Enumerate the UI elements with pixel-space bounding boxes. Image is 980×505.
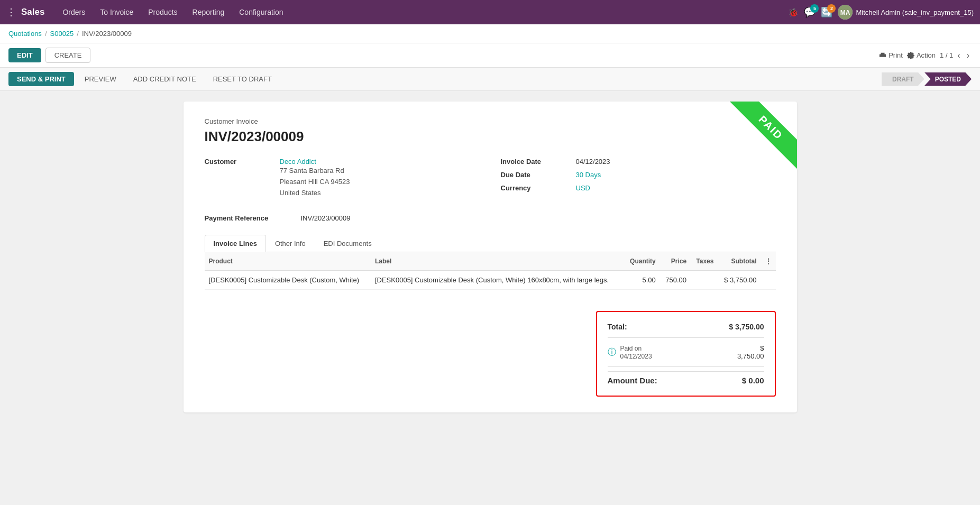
totals-area: Total: $ 3,750.00 ⓘ Paid on 04/12/2023 $ bbox=[205, 311, 776, 397]
tab-invoice-lines[interactable]: Invoice Lines bbox=[205, 235, 266, 252]
preview-button[interactable]: PREVIEW bbox=[78, 72, 123, 86]
total-label: Total: bbox=[608, 323, 627, 331]
top-navigation: ⋮ Sales Orders To Invoice Products Repor… bbox=[0, 0, 980, 24]
meta-left: Customer Deco Addict 77 Santa Barbara Rd… bbox=[205, 158, 480, 204]
row-options[interactable] bbox=[761, 271, 776, 290]
paid-currency: $ bbox=[760, 344, 764, 352]
pagination-text: 1 / 1 bbox=[940, 51, 953, 59]
grid-icon[interactable]: ⋮ bbox=[6, 6, 16, 18]
breadcrumb-quotations[interactable]: Quotations bbox=[8, 30, 42, 38]
nav-item-reporting[interactable]: Reporting bbox=[186, 5, 231, 20]
edit-button[interactable]: EDIT bbox=[8, 48, 41, 62]
cell-product[interactable]: [DESK0005] Customizable Desk (Custom, Wh… bbox=[205, 271, 371, 290]
breadcrumb-invoice: INV/2023/00009 bbox=[82, 30, 132, 38]
payment-ref-row: Payment Reference INV/2023/00009 bbox=[205, 214, 776, 222]
col-price: Price bbox=[660, 252, 691, 271]
send-print-button[interactable]: SEND & PRINT bbox=[8, 72, 74, 86]
due-date-value[interactable]: 30 Days bbox=[576, 171, 601, 179]
pagination: 1 / 1 ‹ › bbox=[940, 50, 972, 61]
pagination-next[interactable]: › bbox=[965, 50, 972, 61]
col-taxes: Taxes bbox=[691, 252, 718, 271]
print-button[interactable]: Print bbox=[879, 51, 903, 59]
breadcrumb-sep-2: / bbox=[77, 30, 79, 38]
totals-box: Total: $ 3,750.00 ⓘ Paid on 04/12/2023 $ bbox=[596, 311, 776, 397]
cell-quantity: 5.00 bbox=[624, 271, 660, 290]
info-icon[interactable]: ⓘ bbox=[608, 347, 616, 358]
action-button[interactable]: Action bbox=[907, 51, 936, 59]
cell-taxes bbox=[691, 271, 718, 290]
paid-info: ⓘ Paid on 04/12/2023 bbox=[608, 344, 652, 360]
amount-due-value: $ 0.00 bbox=[742, 376, 764, 385]
status-posted[interactable]: POSTED bbox=[924, 72, 972, 86]
create-button[interactable]: CREATE bbox=[45, 48, 91, 63]
nav-item-orders[interactable]: Orders bbox=[56, 5, 91, 20]
cell-price: 750.00 bbox=[660, 271, 691, 290]
payment-ref-label: Payment Reference bbox=[205, 214, 295, 222]
paid-on-row: ⓘ Paid on 04/12/2023 $ 3,750.00 bbox=[608, 342, 764, 362]
col-product: Product bbox=[205, 252, 371, 271]
breadcrumb-s00025[interactable]: S00025 bbox=[50, 30, 74, 38]
paid-on-label: Paid on bbox=[620, 345, 642, 352]
breadcrumb-sep-1: / bbox=[45, 30, 47, 38]
paid-ribbon: PAID bbox=[712, 102, 797, 186]
amount-due-row: Amount Due: $ 0.00 bbox=[608, 371, 764, 387]
col-options-header: ⋮ bbox=[761, 252, 776, 271]
col-subtotal: Subtotal bbox=[718, 252, 761, 271]
currency-value[interactable]: USD bbox=[576, 184, 590, 192]
status-steps: DRAFT POSTED bbox=[882, 72, 972, 86]
invoice-type-label: Customer Invoice bbox=[205, 117, 776, 125]
customer-address-3: United States bbox=[280, 188, 350, 199]
user-name-label: Mitchell Admin (sale_inv_payment_15) bbox=[856, 8, 974, 16]
amount-due-divider bbox=[608, 366, 764, 367]
pagination-prev[interactable]: ‹ bbox=[955, 50, 962, 61]
paid-on-date: 04/12/2023 bbox=[620, 353, 652, 360]
reset-to-draft-button[interactable]: RESET TO DRAFT bbox=[207, 72, 278, 86]
user-menu[interactable]: MA Mitchell Admin (sale_inv_payment_15) bbox=[838, 5, 974, 20]
status-bar: SEND & PRINT PREVIEW ADD CREDIT NOTE RES… bbox=[0, 68, 980, 91]
customer-address-1: 77 Santa Barbara Rd bbox=[280, 166, 350, 177]
cell-subtotal: $ 3,750.00 bbox=[718, 271, 761, 290]
chat-icon[interactable]: 💬 5 bbox=[804, 6, 816, 18]
invoice-tabs: Invoice Lines Other Info EDI Documents bbox=[205, 235, 776, 252]
invoice-number: INV/2023/00009 bbox=[205, 128, 776, 145]
nav-item-to-invoice[interactable]: To Invoice bbox=[94, 5, 140, 20]
refresh-icon[interactable]: 🔄 2 bbox=[821, 6, 832, 18]
nav-item-configuration[interactable]: Configuration bbox=[233, 5, 289, 20]
invoice-date-value: 04/12/2023 bbox=[576, 158, 610, 166]
invoice-meta: Customer Deco Addict 77 Santa Barbara Rd… bbox=[205, 158, 776, 204]
main-content: PAID Customer Invoice INV/2023/00009 Cus… bbox=[0, 91, 980, 501]
due-date-label: Due Date bbox=[501, 171, 570, 179]
action-label: Action bbox=[917, 51, 936, 59]
customer-address-2: Pleasant Hill CA 94523 bbox=[280, 177, 350, 188]
col-label: Label bbox=[371, 252, 624, 271]
status-draft[interactable]: DRAFT bbox=[882, 72, 924, 86]
gear-icon bbox=[907, 52, 914, 59]
customer-row: Customer Deco Addict 77 Santa Barbara Rd… bbox=[205, 158, 480, 198]
customer-name[interactable]: Deco Addict bbox=[280, 158, 350, 166]
customer-info: Deco Addict 77 Santa Barbara Rd Pleasant… bbox=[280, 158, 350, 198]
bug-icon[interactable]: 🐞 bbox=[788, 7, 799, 17]
print-icon bbox=[879, 52, 886, 59]
nav-item-products[interactable]: Products bbox=[142, 5, 184, 20]
svg-text:MA: MA bbox=[840, 9, 850, 16]
paid-amount: 3,750.00 bbox=[737, 352, 764, 360]
amount-due-label: Amount Due: bbox=[608, 376, 657, 385]
cell-label: [DESK0005] Customizable Desk (Custom, Wh… bbox=[371, 271, 624, 290]
paid-stamp: PAID bbox=[729, 102, 796, 169]
app-name: Sales bbox=[21, 7, 44, 17]
invoice-date-label: Invoice Date bbox=[501, 158, 570, 166]
total-value: $ 3,750.00 bbox=[729, 323, 764, 331]
col-quantity: Quantity bbox=[624, 252, 660, 271]
customer-label: Customer bbox=[205, 158, 273, 166]
avatar: MA bbox=[838, 5, 853, 20]
add-credit-note-button[interactable]: ADD CREDIT NOTE bbox=[127, 72, 203, 86]
total-row: Total: $ 3,750.00 bbox=[608, 320, 764, 333]
currency-label: Currency bbox=[501, 184, 570, 192]
invoice-card: PAID Customer Invoice INV/2023/00009 Cus… bbox=[184, 102, 797, 412]
tab-other-info[interactable]: Other Info bbox=[266, 235, 315, 252]
invoice-lines-table: Product Label Quantity Price Taxes Subto… bbox=[205, 252, 776, 290]
total-divider bbox=[608, 337, 764, 338]
paid-amount-block: $ 3,750.00 bbox=[737, 344, 764, 360]
tab-edi-documents[interactable]: EDI Documents bbox=[315, 235, 381, 252]
refresh-badge: 2 bbox=[827, 4, 836, 13]
